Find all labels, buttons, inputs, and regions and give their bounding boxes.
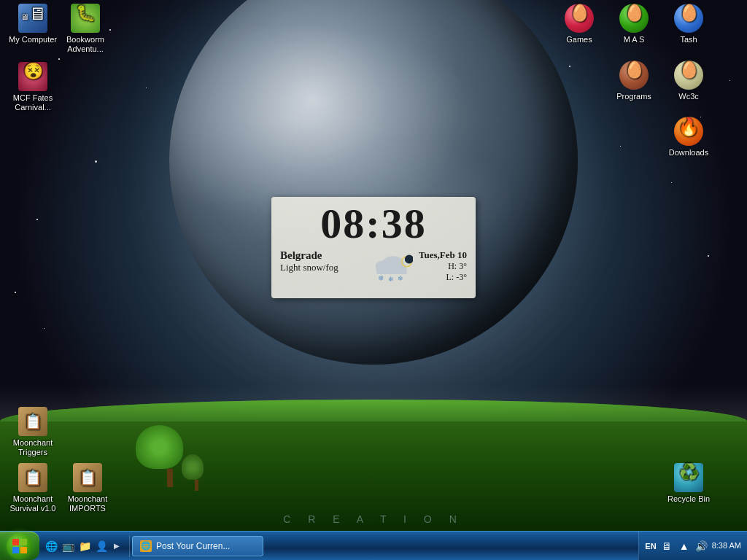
desktop-icon-bookworm[interactable]: 🐛 Bookworm Adventu... <box>60 4 111 54</box>
desktop-icon-mcf[interactable]: 😵 MCF Fates Carnival... <box>7 62 58 112</box>
moonchant-survival-label: Moonchant Survival v1.0 <box>7 494 58 513</box>
taskbar-expand-arrow[interactable]: ▶ <box>111 539 123 553</box>
moonchant-imports-icon: 📋 <box>73 463 102 492</box>
recycle-bin-label: Recycle Bin <box>663 494 714 504</box>
tash-icon: 🥚 <box>674 4 703 33</box>
moonchant-triggers-icon: 📋 <box>18 407 47 436</box>
active-window-icon: 🌐 <box>140 540 152 552</box>
bookworm-label: Bookworm Adventu... <box>60 35 111 54</box>
taskbar-divider <box>129 535 130 557</box>
svg-text:❄: ❄ <box>398 274 403 282</box>
mcf-label: MCF Fates Carnival... <box>7 93 58 112</box>
downloads-label: Downloads <box>663 148 714 158</box>
desktop-icon-games[interactable]: 🥚 Games <box>554 4 605 44</box>
taskbar-time[interactable]: 8:38 AM <box>712 540 741 551</box>
clock-date-temp: Tues,Feb 10 H: 3° L: -3° <box>419 249 467 283</box>
desktop-icon-downloads[interactable]: 🔥 Downloads <box>663 117 714 158</box>
taskbar-network-icon[interactable]: 🖥 <box>659 539 674 553</box>
svg-rect-11 <box>12 547 19 553</box>
desktop-icon-moonchant-survival[interactable]: 📋 Moonchant Survival v1.0 <box>7 463 58 513</box>
svg-rect-9 <box>12 539 19 545</box>
clock-condition: Light snow/fog <box>280 262 363 273</box>
clock-city: Belgrade <box>280 249 363 262</box>
system-tray: EN 🖥 ▲ 🔊 8:38 AM <box>638 532 747 560</box>
mcf-icon: 😵 <box>18 62 47 91</box>
watermark: C R E A T I O N <box>283 513 464 525</box>
bookworm-icon: 🐛 <box>71 4 100 33</box>
start-button[interactable] <box>0 532 39 560</box>
clock-low: L: -3° <box>419 272 467 283</box>
games-icon: 🥚 <box>565 4 594 33</box>
tree-1 <box>157 425 183 487</box>
games-label: Games <box>554 35 605 44</box>
mas-label: M A S <box>608 35 659 44</box>
desktop-icon-moonchant-imports[interactable]: 📋 Moonchant IMPORTS <box>62 463 113 513</box>
desktop-icon-tash[interactable]: 🥚 Tash <box>663 4 714 44</box>
desktop-icon-moonchant-triggers[interactable]: 📋 Moonchant Triggers <box>7 407 58 457</box>
moonchant-triggers-label: Moonchant Triggers <box>7 438 58 457</box>
clock-weather-icon-area: ❄ ❄ ❄ <box>369 249 413 289</box>
taskbar-folder-icon[interactable]: 📁 <box>77 539 92 553</box>
active-window-title: Post Your Curren... <box>156 541 230 551</box>
quick-launch: 🌐 📺 📁 👤 ▶ <box>39 539 127 553</box>
tree-2 <box>190 454 204 491</box>
taskbar-media-icon[interactable]: 📺 <box>61 539 75 553</box>
downloads-icon: 🔥 <box>674 117 703 146</box>
clock-date: Tues,Feb 10 <box>419 249 467 261</box>
mas-icon: 🥚 <box>619 4 649 33</box>
desktop-icon-mas[interactable]: 🥚 M A S <box>608 4 659 44</box>
taskbar: 🌐 📺 📁 👤 ▶ 🌐 Post Your Curren... EN 🖥 ▲ 🔊… <box>0 531 747 560</box>
start-orb <box>7 533 33 559</box>
clock-widget: 08:38 Belgrade Light snow/fog ❄ ❄ ❄ <box>271 197 476 298</box>
programs-icon: 🥚 <box>619 61 649 90</box>
programs-label: Programs <box>608 92 659 101</box>
taskbar-user-icon[interactable]: 👤 <box>94 539 109 553</box>
desktop-icon-recycle-bin[interactable]: ♻️ Recycle Bin <box>663 463 714 504</box>
weather-svg: ❄ ❄ ❄ <box>369 249 413 286</box>
taskbar-volume-icon[interactable]: 🔊 <box>694 539 709 553</box>
active-window-button[interactable]: 🌐 Post Your Curren... <box>132 536 263 556</box>
moonchant-survival-icon: 📋 <box>18 463 47 492</box>
clock-time: 08:38 <box>280 203 467 245</box>
clock-weather-info: Belgrade Light snow/fog <box>280 249 363 273</box>
recycle-bin-icon: ♻️ <box>674 463 703 492</box>
clock-high: H: 3° <box>419 261 467 272</box>
taskbar-language[interactable]: EN <box>645 542 656 551</box>
desktop-icon-my-computer[interactable]: 🖥 My Computer <box>7 4 58 44</box>
moonchant-imports-label: Moonchant IMPORTS <box>62 494 113 513</box>
wc3c-icon: 🥚 <box>674 61 703 90</box>
my-computer-label: My Computer <box>7 35 58 44</box>
tash-label: Tash <box>663 35 714 44</box>
windows-logo <box>12 538 28 554</box>
svg-text:❄: ❄ <box>388 276 394 283</box>
svg-rect-12 <box>20 547 27 553</box>
taskbar-firefox-icon[interactable]: 🌐 <box>44 539 58 553</box>
desktop-icon-wc3c[interactable]: 🥚 Wc3c <box>663 61 714 101</box>
svg-text:❄: ❄ <box>378 274 384 282</box>
svg-rect-10 <box>20 539 27 545</box>
desktop-icon-programs[interactable]: 🥚 Programs <box>608 61 659 101</box>
wc3c-label: Wc3c <box>663 92 714 101</box>
taskbar-notify-expand[interactable]: ▲ <box>677 539 692 553</box>
my-computer-icon: 🖥 <box>18 4 47 33</box>
